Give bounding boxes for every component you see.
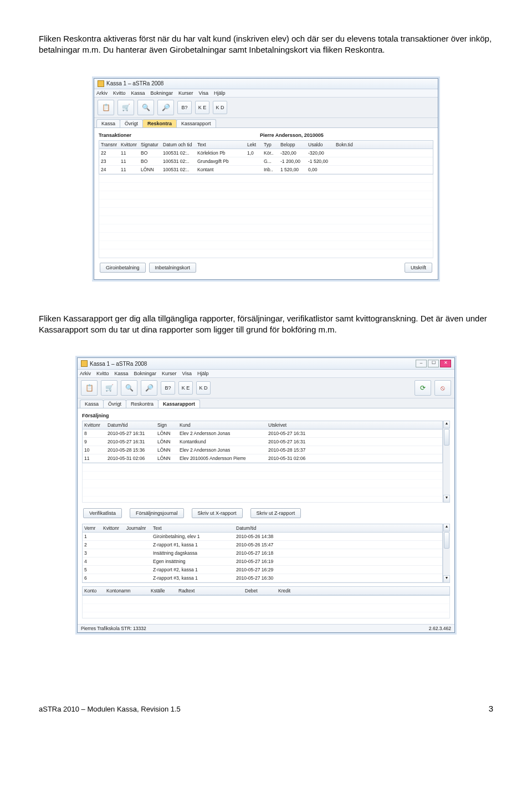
title-bar: Kassa 1 – aSTRa 2008	[94, 79, 438, 89]
toolbar-btn-b[interactable]: B?	[161, 381, 175, 395]
zrapport-button[interactable]: Skriv ut Z-rapport	[250, 508, 301, 518]
sales-section-label: Försäljning	[82, 413, 450, 418]
tab-kassarapport[interactable]: Kassarapport	[176, 119, 216, 127]
window-title: Kassa 1 – aSTRa 2008	[106, 80, 163, 86]
toolbar-btn-kd[interactable]: K D	[213, 101, 227, 114]
sales-table: KvittonrDatum/tidSignKundUtskrivet 82010…	[82, 421, 443, 463]
scroll-up-icon[interactable]: ▲	[443, 421, 450, 428]
customer-label: Pierre Andersson, 2010005	[227, 132, 356, 138]
menu-kvitto[interactable]: Kvitto	[96, 371, 109, 376]
tab-ovrigt[interactable]: Övrigt	[120, 119, 143, 127]
toolbar-btn-1[interactable]: 📋	[98, 100, 114, 115]
scroll-up-icon[interactable]: ▲	[443, 524, 450, 531]
menu-bokningar[interactable]: Bokningar	[134, 371, 157, 376]
tab-kassa[interactable]: Kassa	[96, 119, 120, 127]
body-paragraph-2: Fliken Kassarapport ger dig alla tillgän…	[39, 313, 493, 336]
status-right: 2.62.3.462	[429, 626, 451, 631]
tab-ovrigt[interactable]: Övrigt	[103, 400, 126, 408]
toolbar-btn-2[interactable]: 🛒	[101, 380, 117, 396]
empty-rows	[82, 463, 443, 503]
window-reskontra: Kassa 1 – aSTRa 2008 Arkiv Kvitto Kassa …	[94, 78, 438, 280]
table-row[interactable]: 112010-05-31 02:06LÖNNElev 2010005 Ander…	[83, 454, 442, 463]
status-bar: Pierres Trafikskola STR: 13332 2.62.3.46…	[78, 624, 454, 632]
section-label: Transaktioner	[99, 132, 227, 138]
menu-kassa[interactable]: Kassa	[115, 371, 129, 376]
toolbar-btn-2[interactable]: 🛒	[117, 100, 134, 115]
table-header: KvittonrDatum/tidSignKundUtskrivet	[83, 421, 442, 429]
toolbar: 📋 🛒 🔍 🔎 B? K E K D	[94, 98, 438, 118]
menu-arkiv[interactable]: Arkiv	[80, 371, 91, 376]
menu-hjalp[interactable]: Hjälp	[197, 371, 209, 376]
scroll-thumb[interactable]	[444, 429, 449, 446]
table-row[interactable]: 3Insättning dagskassa2010-05-27 16:18	[83, 549, 442, 557]
transactions-table: TransnrKvittonrSignaturDatum och tidText…	[99, 140, 433, 175]
table-row[interactable]: 102010-05-28 15:36LÖNNElev 2 Andersson J…	[83, 446, 442, 454]
toolbar-btn-4[interactable]: 🔎	[141, 380, 157, 396]
menu-bokningar[interactable]: Bokningar	[151, 90, 173, 96]
inbetalningskort-button[interactable]: Inbetalningskort	[149, 263, 197, 273]
menu-kvitto[interactable]: Kvitto	[113, 90, 126, 96]
table-row[interactable]: 82010-05-27 16:31LÖNNElev 2 Andersson Jo…	[83, 429, 442, 438]
app-icon	[81, 360, 88, 367]
menu-hjalp[interactable]: Hjälp	[214, 90, 226, 96]
refresh-button[interactable]: ⟳	[415, 380, 431, 396]
tab-reskontra[interactable]: Reskontra	[142, 119, 177, 127]
empty-rows	[99, 175, 433, 258]
table-row[interactable]: 2411LÖNN100531 02:..KontantInb..1 520,00…	[99, 166, 433, 174]
toolbar-btn-3[interactable]: 🔍	[137, 100, 154, 115]
table-row[interactable]: 2311BO100531 02:..Grundavgift PbG...-1 2…	[99, 157, 433, 166]
table-row[interactable]: 2Z-rapport #1, kassa 12010-05-26 15:47	[83, 541, 442, 549]
menu-bar: Arkiv Kvitto Kassa Bokningar Kurser Visa…	[94, 89, 438, 98]
toolbar-btn-3[interactable]: 🔍	[121, 380, 137, 396]
forsaljningsjournal-button[interactable]: Försäljningsjournal	[130, 508, 184, 518]
toolbar-btn-b[interactable]: B?	[177, 101, 192, 114]
utskrift-button[interactable]: Utskrift	[405, 263, 432, 273]
toolbar-btn-kd[interactable]: K D	[196, 381, 211, 395]
xrapport-button[interactable]: Skriv ut X-rapport	[192, 508, 243, 518]
app-icon	[98, 80, 104, 87]
menu-kassa[interactable]: Kassa	[131, 90, 145, 96]
title-bar: Kassa 1 – aSTRa 2008 – ☐ ✕	[78, 358, 454, 370]
table-header: TransnrKvittonrSignaturDatum och tidText…	[99, 141, 433, 149]
status-left: Pierres Trafikskola STR: 13332	[81, 626, 146, 631]
menu-bar: Arkiv Kvitto Kassa Bokningar Kurser Visa…	[78, 370, 454, 378]
toolbar: 📋 🛒 🔍 🔎 B? K E K D ⟳ ⦸	[78, 378, 454, 398]
scroll-down-icon[interactable]: ▼	[443, 495, 450, 503]
menu-kurser[interactable]: Kurser	[178, 90, 193, 96]
menu-visa[interactable]: Visa	[182, 371, 192, 376]
body-paragraph-1: Fliken Reskontra aktiveras först när du …	[39, 33, 493, 56]
giro-button[interactable]: Giroinbetalning	[100, 263, 146, 273]
table-row[interactable]: 4Egen insättning2010-05-27 16:19	[83, 557, 442, 566]
menu-arkiv[interactable]: Arkiv	[96, 90, 108, 96]
posting-table: KontoKontonamnKställeRadtextDebetKredit	[82, 586, 450, 596]
toolbar-btn-1[interactable]: 📋	[81, 380, 98, 396]
table-row[interactable]: 2211BO100531 02:..Körlektion Pb1,0Kör..-…	[99, 149, 433, 157]
verifikatlista-button[interactable]: Verifikatlista	[83, 508, 122, 518]
close-button[interactable]: ✕	[440, 360, 451, 367]
maximize-button[interactable]: ☐	[428, 360, 439, 367]
window-kassarapport: Kassa 1 – aSTRa 2008 – ☐ ✕ Arkiv Kvitto …	[77, 357, 455, 633]
table-row[interactable]: 5Z-rapport #2, kassa 12010-05-27 16:29	[83, 566, 442, 574]
page-number: 3	[489, 704, 493, 713]
scroll-down-icon[interactable]: ▼	[443, 575, 450, 583]
tab-kassarapport[interactable]: Kassarapport	[158, 400, 200, 408]
page-footer: aSTRa 2010 – Modulen Kassa, Revision 1.5…	[39, 705, 493, 713]
toolbar-btn-ke[interactable]: K E	[178, 381, 193, 395]
scrollbar[interactable]: ▲ ▼	[443, 421, 450, 503]
stop-button[interactable]: ⦸	[434, 380, 451, 396]
scroll-thumb[interactable]	[444, 532, 449, 549]
empty-rows	[82, 596, 450, 618]
menu-visa[interactable]: Visa	[199, 90, 208, 96]
table-row[interactable]: 1Giroinbetalning, elev 12010-05-26 14:38	[83, 533, 442, 541]
footer-text: aSTRa 2010 – Modulen Kassa, Revision 1.5	[39, 705, 181, 713]
minimize-button[interactable]: –	[416, 360, 427, 367]
toolbar-btn-ke[interactable]: K E	[195, 101, 209, 114]
scrollbar[interactable]: ▲ ▼	[443, 524, 450, 583]
menu-kurser[interactable]: Kurser	[162, 371, 177, 376]
table-row[interactable]: 6Z-rapport #3, kassa 12010-05-27 16:30	[83, 574, 442, 582]
tab-kassa[interactable]: Kassa	[80, 400, 104, 408]
tab-reskontra[interactable]: Reskontra	[126, 400, 158, 408]
table-row[interactable]: 92010-05-27 16:31LÖNNKontantkund2010-05-…	[83, 438, 442, 446]
verif-table: VernrKvittonrJournalnrTextDatum/tid 1Gir…	[82, 524, 443, 583]
toolbar-btn-4[interactable]: 🔎	[157, 100, 174, 115]
